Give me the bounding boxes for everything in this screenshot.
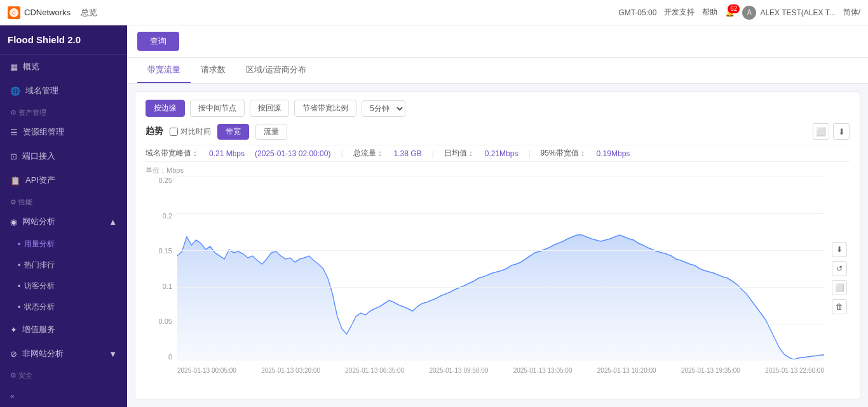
sidebar-item-api[interactable]: 📋 API资产 (0, 168, 127, 192)
sidebar-item-visitor[interactable]: • 访客分析 (0, 276, 127, 297)
dot-visitor-icon: • (18, 282, 20, 291)
logo-text: CDNetworks (24, 8, 71, 17)
filter-btn-mid-node[interactable]: 按中间节点 (190, 100, 245, 117)
filter-btn-edge[interactable]: 按边缘 (146, 100, 185, 117)
compare-time-label: 对比时间 (180, 126, 211, 137)
dot-status-icon: • (18, 303, 20, 312)
sidebar-label-visitor: 访客分析 (24, 281, 55, 291)
notification-bell[interactable]: 🔔 62 (725, 8, 735, 17)
download-chart-button[interactable]: ⬇ (833, 123, 850, 140)
content-area: 查询 带宽流量 请求数 区域/运营商分布 按边缘 按中间节点 按回源 节省带宽比… (127, 25, 868, 407)
sidebar-label-api: API资产 (25, 175, 55, 186)
sidebar-title: Flood Shield 2.0 (0, 25, 127, 55)
chart-unit-label: 单位：Mbps (146, 166, 850, 175)
collapse-icon: « (10, 392, 15, 401)
daily-avg-label: 日均值： (444, 148, 475, 159)
compare-time-checkbox[interactable]: 对比时间 (170, 126, 211, 137)
tab-request-count[interactable]: 请求数 (191, 58, 236, 83)
section-label-asset: ⚙ 资产管理 (0, 103, 127, 120)
sidebar-item-domain[interactable]: 🌐 域名管理 (0, 79, 127, 103)
sidebar-item-hot-rank[interactable]: • 热门排行 (0, 255, 127, 276)
query-button[interactable]: 查询 (137, 32, 179, 51)
main-tabs: 带宽流量 请求数 区域/运营商分布 (127, 58, 868, 84)
logo-icon: C (8, 6, 20, 19)
domain-peak-time: (2025-01-13 02:00:00) (255, 149, 330, 158)
sidebar-label-port: 端口接入 (22, 150, 55, 162)
chart-plot (177, 177, 824, 361)
bandwidth-svg-chart (177, 177, 824, 361)
support-link[interactable]: 开发支持 (664, 7, 695, 18)
sidebar-label-status: 状态分析 (24, 302, 55, 312)
section-label-security: ⚙ 安全 (0, 366, 127, 383)
sidebar-item-non-site[interactable]: ⊘ 非网站分析 ▼ (0, 342, 127, 366)
x-label-4: 2025-01-13 13:05:00 (513, 367, 573, 374)
sidebar-label-usage-analysis: 用量分析 (24, 239, 55, 250)
tab-region-isp[interactable]: 区域/运营商分布 (236, 58, 316, 83)
tab-bandwidth-traffic[interactable]: 带宽流量 (137, 58, 191, 83)
avatar: A (742, 6, 756, 20)
stats-row: 域名带宽峰值： 0.21 Mbps (2025-01-13 02:00:00) … (146, 145, 850, 162)
x-label-0: 2025-01-13 00:05:00 (177, 367, 236, 374)
domain-icon: 🌐 (10, 86, 20, 96)
resource-group-icon: ☰ (10, 128, 18, 137)
sidebar-item-port[interactable]: ⊡ 端口接入 (0, 144, 127, 168)
trend-bar: 趋势 对比时间 带宽 流量 ⬜ ⬇ (146, 123, 850, 140)
sidebar-label-overview: 概览 (23, 61, 39, 72)
dot-hot-icon: • (18, 261, 20, 270)
sidebar-label-resource-group: 资源组管理 (23, 126, 64, 138)
x-label-2: 2025-01-13 06:35:00 (345, 367, 404, 374)
svg-text:C: C (12, 10, 16, 16)
chart-area-fill (177, 235, 824, 361)
sidebar-item-status[interactable]: • 状态分析 (0, 297, 127, 317)
top-nav-left: C CDNetworks 总览 (8, 6, 102, 19)
y-label-3: 0.1 (163, 283, 172, 290)
delete-tool-button[interactable]: 🗑 (832, 299, 847, 314)
sidebar-item-overview[interactable]: ▦ 概览 (0, 55, 127, 79)
y-axis: 0.25 0.2 0.15 0.1 0.05 0 (146, 177, 176, 361)
sidebar-label-site-analysis: 网站分析 (22, 216, 55, 227)
trend-label: 趋势 (146, 126, 163, 137)
sidebar-item-usage-analysis[interactable]: • 用量分析 (0, 234, 127, 255)
sidebar: Flood Shield 2.0 ▦ 概览 🌐 域名管理 ⚙ 资产管理 ☰ 资源… (0, 25, 127, 407)
y-label-1: 0.2 (163, 212, 172, 220)
expand-tool-button[interactable]: ⬜ (832, 280, 847, 295)
domain-peak-label: 域名带宽峰值： (146, 148, 199, 159)
time-interval-select[interactable]: 5分钟 (362, 100, 405, 117)
x-label-7: 2025-01-13 22:50:00 (765, 367, 824, 374)
y-label-5: 0 (168, 353, 172, 361)
sidebar-item-resource-group[interactable]: ☰ 资源组管理 (0, 120, 127, 144)
sidebar-label-domain: 域名管理 (25, 85, 58, 97)
logo: C CDNetworks (8, 6, 71, 19)
refresh-tool-button[interactable]: ↺ (832, 261, 847, 276)
filter-btn-save-ratio[interactable]: 节省带宽比例 (294, 100, 356, 117)
help-link[interactable]: 帮助 (702, 7, 717, 18)
total-traffic-label: 总流量： (353, 148, 384, 159)
language-switch[interactable]: 简体/ (843, 7, 860, 18)
side-toolbar: ⬇ ↺ ⬜ 🗑 (829, 239, 850, 317)
download-tool-button[interactable]: ⬇ (832, 242, 847, 257)
chart-container: 0.25 0.2 0.15 0.1 0.05 0 (146, 177, 850, 380)
top-nav: C CDNetworks 总览 GMT-05:00 开发支持 帮助 🔔 62 A… (0, 0, 868, 25)
grid-line-4 (177, 324, 824, 324)
metric-btn-traffic[interactable]: 流量 (255, 124, 287, 140)
y-label-0: 0.25 (159, 177, 172, 184)
chevron-down-non-icon: ▼ (109, 349, 117, 359)
metric-btn-bandwidth[interactable]: 带宽 (217, 124, 249, 140)
top-nav-overview[interactable]: 总览 (76, 7, 102, 18)
x-label-6: 2025-01-13 19:35:00 (681, 367, 740, 374)
sidebar-item-site-analysis[interactable]: ◉ 网站分析 ▲ (0, 210, 127, 234)
sidebar-collapse-button[interactable]: « (0, 385, 127, 407)
main-layout: Flood Shield 2.0 ▦ 概览 🌐 域名管理 ⚙ 资产管理 ☰ 资源… (0, 25, 868, 407)
grid-line-3 (177, 287, 824, 288)
sidebar-label-non-site: 非网站分析 (22, 348, 64, 359)
query-bar: 查询 (127, 25, 868, 58)
dot-icon: • (18, 240, 20, 249)
filter-btn-origin[interactable]: 按回源 (250, 100, 289, 117)
x-label-1: 2025-01-13 03:20:00 (261, 367, 320, 374)
compare-checkbox-input[interactable] (170, 128, 178, 136)
sidebar-label-value-added: 增值服务 (22, 324, 55, 335)
user-label: ALEX TEST(ALEX T... (760, 8, 835, 17)
expand-chart-button[interactable]: ⬜ (813, 123, 829, 140)
sidebar-item-value-added[interactable]: ✦ 增值服务 (0, 317, 127, 342)
user-menu[interactable]: A ALEX TEST(ALEX T... (742, 6, 835, 20)
